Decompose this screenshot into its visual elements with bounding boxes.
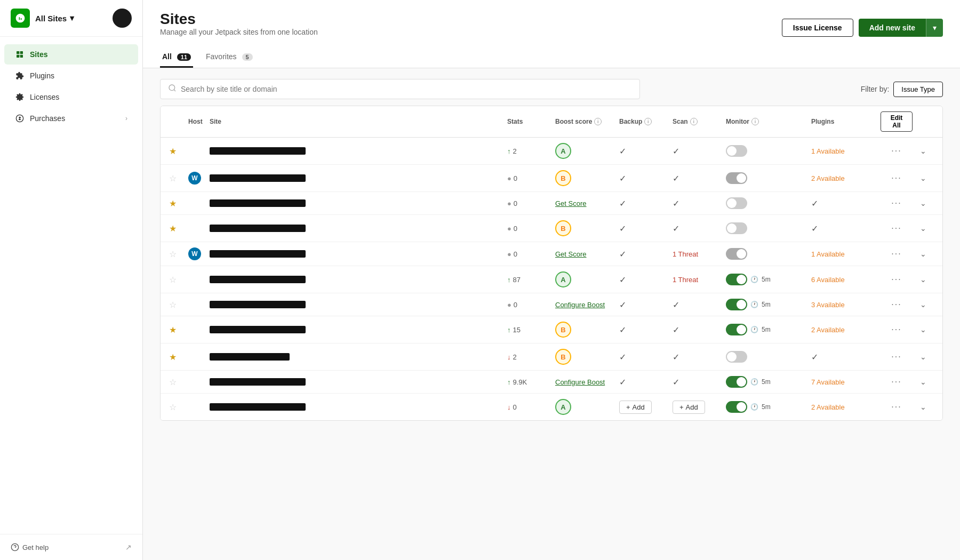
monitor-toggle-8[interactable]	[726, 351, 747, 363]
plugins-available-6[interactable]: 3 Available	[811, 301, 845, 309]
boost-info-icon[interactable]: i	[594, 118, 602, 125]
tab-all[interactable]: All 11	[160, 47, 193, 68]
stat-value-7: 15	[513, 326, 521, 334]
monitor-toggle-9[interactable]	[726, 376, 747, 388]
plugins-available-4[interactable]: 1 Available	[811, 250, 845, 258]
tab-favorites[interactable]: Favorites 5	[204, 47, 255, 68]
issue-license-button[interactable]: Issue License	[782, 19, 853, 37]
monitor-4	[726, 248, 811, 260]
expand-button-0[interactable]: ⌄	[913, 147, 934, 155]
scan-threat-4[interactable]: 1 Threat	[673, 250, 698, 258]
filter-button[interactable]: Issue Type	[893, 82, 943, 97]
star-icon-3[interactable]: ★	[169, 223, 188, 234]
star-icon-8[interactable]: ★	[169, 352, 188, 362]
star-icon-7[interactable]: ★	[169, 325, 188, 335]
stats-8: ↓2	[507, 353, 555, 361]
sidebar-item-sites[interactable]: Sites	[4, 44, 138, 65]
monitor-toggle-7[interactable]	[726, 324, 747, 335]
more-button-2[interactable]: ···	[881, 198, 913, 208]
more-button-10[interactable]: ···	[881, 402, 913, 412]
th-edit-all: Edit All	[881, 111, 913, 132]
monitor-toggle-6[interactable]	[726, 299, 747, 310]
plugins-available-7[interactable]: 2 Available	[811, 326, 845, 334]
scan-add-button-10[interactable]: + Add	[673, 401, 705, 414]
th-monitor: Monitor i	[726, 118, 811, 125]
monitor-toggle-10[interactable]	[726, 401, 747, 413]
search-input[interactable]	[181, 85, 632, 93]
filter-label: Filter by:	[861, 85, 890, 93]
expand-button-9[interactable]: ⌄	[913, 378, 934, 386]
scan-threat-5[interactable]: 1 Threat	[673, 276, 698, 284]
monitor-time-9: 5m	[762, 378, 771, 386]
plugins-available-5[interactable]: 6 Available	[811, 276, 845, 284]
stat-dot-2: ●	[507, 199, 511, 207]
add-new-site-dropdown-button[interactable]: ▾	[926, 19, 943, 37]
backup-10: + Add	[619, 401, 673, 414]
star-icon-6[interactable]: ☆	[169, 300, 188, 310]
expand-button-1[interactable]: ⌄	[913, 174, 934, 182]
plugins-available-10[interactable]: 2 Available	[811, 403, 845, 411]
external-link-icon[interactable]: ↗	[125, 543, 132, 551]
boost-link-4[interactable]: Get Score	[555, 250, 587, 258]
backup-info-icon[interactable]: i	[644, 118, 652, 125]
star-icon-5[interactable]: ☆	[169, 275, 188, 285]
more-button-1[interactable]: ···	[881, 173, 913, 183]
sidebar-item-licenses[interactable]: Licenses	[4, 87, 138, 107]
stats-7: ↑15	[507, 326, 555, 334]
monitor-toggle-1[interactable]	[726, 172, 747, 184]
title-area: Sites Manage all your Jetpack sites from…	[160, 11, 318, 45]
star-icon-10[interactable]: ☆	[169, 402, 188, 412]
expand-button-10[interactable]: ⌄	[913, 403, 934, 411]
stat-dot-3: ●	[507, 225, 511, 233]
scan-4: 1 Threat	[673, 249, 726, 259]
plugins-available-9[interactable]: 7 Available	[811, 378, 845, 386]
expand-button-7[interactable]: ⌄	[913, 325, 934, 334]
boost-link-9[interactable]: Configure Boost	[555, 378, 605, 386]
backup-add-button-10[interactable]: + Add	[619, 401, 652, 414]
site-selector-chevron: ▾	[70, 13, 74, 23]
star-icon-9[interactable]: ☆	[169, 377, 188, 387]
monitor-toggle-0[interactable]	[726, 145, 747, 157]
more-button-4[interactable]: ···	[881, 249, 913, 259]
monitor-toggle-2[interactable]	[726, 197, 747, 209]
more-button-7[interactable]: ···	[881, 325, 913, 334]
monitor-toggle-4[interactable]	[726, 248, 747, 260]
more-button-9[interactable]: ···	[881, 377, 913, 387]
monitor-toggle-5[interactable]	[726, 274, 747, 285]
more-button-6[interactable]: ···	[881, 300, 913, 309]
get-help-link[interactable]: Get help	[11, 543, 121, 551]
star-icon-2[interactable]: ★	[169, 198, 188, 209]
expand-button-8[interactable]: ⌄	[913, 353, 934, 361]
more-button-8[interactable]: ···	[881, 352, 913, 362]
monitor-info-icon[interactable]: i	[751, 118, 759, 125]
star-icon-0[interactable]: ★	[169, 146, 188, 156]
site-selector-button[interactable]: All Sites ▾	[35, 13, 74, 23]
star-icon-4[interactable]: ☆	[169, 249, 188, 259]
scan-info-icon[interactable]: i	[690, 118, 698, 125]
backup-6: ✓	[619, 300, 673, 310]
boost-link-2[interactable]: Get Score	[555, 199, 587, 207]
more-button-0[interactable]: ···	[881, 146, 913, 156]
site-name-0	[210, 147, 306, 155]
backup-0: ✓	[619, 146, 673, 156]
sidebar-item-plugins[interactable]: Plugins	[4, 66, 138, 86]
expand-button-6[interactable]: ⌄	[913, 300, 934, 309]
boost-link-6[interactable]: Configure Boost	[555, 301, 605, 309]
sidebar-item-purchases[interactable]: Purchases ›	[4, 108, 138, 129]
expand-button-3[interactable]: ⌄	[913, 224, 934, 233]
plugins-available-0[interactable]: 1 Available	[811, 147, 845, 155]
more-button-5[interactable]: ···	[881, 275, 913, 284]
expand-button-4[interactable]: ⌄	[913, 250, 934, 258]
more-button-3[interactable]: ···	[881, 223, 913, 233]
edit-all-button[interactable]: Edit All	[881, 111, 913, 132]
monitor-toggle-3[interactable]	[726, 222, 747, 234]
expand-button-2[interactable]: ⌄	[913, 199, 934, 207]
expand-button-5[interactable]: ⌄	[913, 275, 934, 284]
monitor-3	[726, 222, 811, 234]
add-new-site-button[interactable]: Add new site	[859, 19, 926, 37]
star-icon-1[interactable]: ☆	[169, 173, 188, 183]
scan-check-6: ✓	[673, 300, 679, 309]
plugins-available-1[interactable]: 2 Available	[811, 174, 845, 182]
main-content: Sites Manage all your Jetpack sites from…	[143, 0, 960, 560]
stat-value-2: 0	[514, 199, 517, 207]
